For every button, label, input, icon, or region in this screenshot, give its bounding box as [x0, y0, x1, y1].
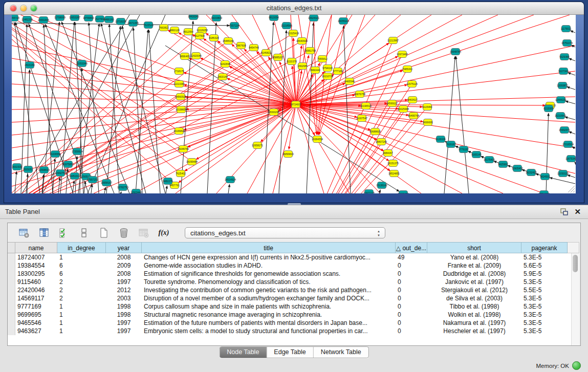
table-row[interactable]: 1938455462009Genome-wide association stu…	[8, 261, 579, 270]
table-cell[interactable]: 18724007	[15, 253, 57, 261]
graph-node[interactable]: 16210721	[322, 73, 333, 80]
graph-node[interactable]: 16099484	[186, 159, 198, 165]
column-header-short[interactable]: short	[427, 242, 521, 253]
graph-node[interactable]: 15136141	[376, 182, 387, 189]
table-cell[interactable]: Yano et al. (2008)	[427, 253, 521, 261]
graph-node[interactable]: 12658271	[252, 142, 263, 149]
table-cell[interactable]: 19384554	[15, 261, 57, 270]
table-cell[interactable]: 0	[396, 278, 427, 286]
graph-node[interactable]: 16033809	[211, 15, 222, 21]
table-cell[interactable]: 5.5E-5	[521, 286, 568, 294]
table-cell[interactable]: 14569117	[15, 294, 57, 302]
graph-node[interactable]: 18416242	[188, 15, 199, 20]
column-header-year[interactable]: year	[106, 242, 142, 253]
table-cell[interactable]: 5.9E-5	[521, 270, 568, 278]
graph-node[interactable]: 9860128	[169, 27, 180, 34]
float-panel-icon[interactable]	[559, 208, 569, 216]
table-cell[interactable]: 22420046	[15, 286, 57, 294]
graph-node[interactable]: 7955812	[317, 56, 328, 62]
graph-node[interactable]: 10905452	[512, 165, 523, 172]
table-cell[interactable]: Investigating the contribution of common…	[142, 286, 396, 294]
create-column-icon[interactable]	[98, 227, 110, 239]
table-row[interactable]: 946554611997Estimation of the future num…	[8, 319, 579, 327]
table-cell[interactable]: 2	[57, 286, 106, 294]
graph-node[interactable]: 1662685	[297, 63, 308, 70]
network-canvas[interactable]: 1872400789129541222605891275088186328154…	[12, 15, 576, 193]
table-row[interactable]: 1872400712008Changes of HCN gene express…	[8, 253, 579, 261]
column-header-out_de[interactable]: △ out_de...	[396, 242, 427, 253]
table-row[interactable]: 911546021997Tourette syndrome. Phenomeno…	[8, 278, 579, 286]
graph-node[interactable]: 12444151	[555, 97, 567, 103]
column-header-name[interactable]: name	[15, 242, 57, 253]
graph-node[interactable]: 10196519	[360, 103, 372, 110]
graph-node[interactable]: 9127508	[194, 33, 205, 39]
table-cell[interactable]: 9463627	[15, 327, 57, 335]
graph-node[interactable]: 2603150	[25, 62, 35, 69]
table-cell[interactable]: 0	[396, 319, 427, 327]
table-cell[interactable]: Disruption of a novel member of a sodium…	[142, 294, 396, 302]
graph-node[interactable]: 12213387	[173, 81, 185, 87]
graph-node[interactable]: 16451914	[69, 173, 80, 180]
table-cell[interactable]: 1	[57, 253, 106, 261]
graph-node[interactable]: 16495764	[408, 113, 419, 119]
table-cell[interactable]: 5.3E-5	[521, 294, 568, 302]
graph-node[interactable]: 19924321	[308, 15, 319, 21]
graph-node[interactable]: 10025488	[398, 106, 409, 113]
zoom-window-icon[interactable]	[31, 5, 37, 11]
graph-node[interactable]: 15992971	[559, 127, 570, 134]
graph-node[interactable]: 20206556	[50, 151, 61, 158]
graph-node[interactable]: 18151375	[387, 160, 399, 167]
table-cell[interactable]: 9115460	[15, 278, 57, 286]
table-cell[interactable]: 0	[396, 294, 427, 302]
graph-node[interactable]: 9463627	[407, 97, 418, 103]
tab-network-table[interactable]: Network Table	[313, 347, 368, 358]
table-row[interactable]: 1830029562008Estimation of significance …	[8, 270, 579, 278]
row-height-icon[interactable]	[78, 227, 90, 239]
close-panel-icon[interactable]: ✕	[574, 206, 581, 217]
table-cell[interactable]: Estimation of significance thresholds fo…	[142, 270, 396, 278]
graph-node[interactable]: 11568829	[38, 167, 50, 173]
graph-node[interactable]: 7625402	[176, 170, 186, 177]
select-column-icon[interactable]	[38, 227, 50, 239]
close-window-icon[interactable]	[10, 5, 16, 11]
scrollbar-thumb[interactable]	[573, 255, 578, 272]
graph-node[interactable]: 16210643	[555, 113, 566, 119]
graph-node[interactable]: 18232425	[526, 169, 537, 176]
graph-node[interactable]: 15465166	[223, 38, 234, 45]
table-cell[interactable]: 0	[396, 327, 427, 335]
column-header-title[interactable]: title	[142, 242, 396, 253]
table-cell[interactable]: Hescheler et al. (1997)	[427, 327, 521, 335]
graph-node[interactable]: 10688609	[369, 128, 381, 135]
graph-node[interactable]: 8990443	[310, 67, 320, 74]
graph-node[interactable]: 9684067	[383, 150, 393, 157]
graph-node[interactable]: 18724007	[290, 101, 301, 108]
graph-node[interactable]: 15885207	[272, 54, 284, 61]
graph-node[interactable]: 19958167	[101, 180, 112, 186]
table-cell[interactable]: 1	[57, 311, 106, 319]
table-cell[interactable]: 49	[396, 253, 427, 261]
graph-node[interactable]: 20691406	[38, 17, 49, 24]
graph-node[interactable]: 2867608	[236, 42, 246, 49]
table-row[interactable]: 946362711997Embryonic stem cells: a mode…	[8, 327, 579, 335]
graph-node[interactable]: 18524851	[388, 170, 400, 177]
graph-node[interactable]: 16640910	[296, 38, 308, 45]
graph-node[interactable]: 9227343	[558, 68, 569, 75]
table-cell[interactable]: 5.3E-5	[521, 278, 568, 286]
table-cell[interactable]: 0	[396, 311, 427, 319]
graph-node[interactable]: 12975115	[406, 81, 418, 87]
table-cell[interactable]: 0	[396, 261, 427, 270]
graph-node[interactable]: 10198654	[176, 106, 187, 113]
table-cell[interactable]: 1	[57, 319, 106, 327]
table-row[interactable]: 977716911998Corpus callosum shape and si…	[8, 302, 579, 311]
graph-node[interactable]: 7485063	[402, 66, 412, 73]
table-cell[interactable]: Nakamura et al. (1997)	[427, 319, 521, 327]
table-cell[interactable]: Genome-wide association studies in ADHD.	[142, 261, 396, 270]
graph-node[interactable]: 8505051	[23, 166, 33, 173]
graph-node[interactable]: 9465546	[344, 78, 355, 85]
graph-node[interactable]: 10977226	[363, 190, 375, 194]
graph-node[interactable]: 2718176	[174, 68, 184, 75]
graph-node[interactable]: 7557224	[229, 23, 239, 29]
table-cell[interactable]: 1997	[106, 327, 142, 335]
table-cell[interactable]: 1997	[106, 319, 142, 327]
table-cell[interactable]: 9699695	[15, 311, 57, 319]
